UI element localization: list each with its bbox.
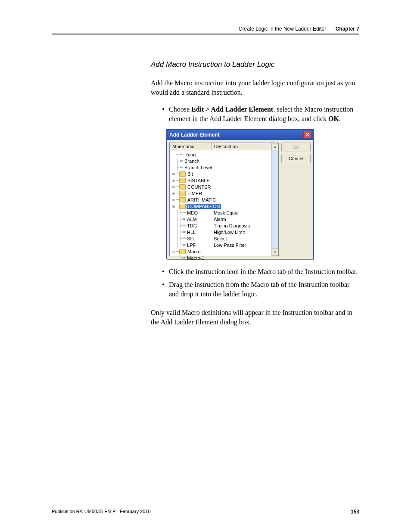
bullet-icon: •: [162, 105, 169, 123]
tree-item-meq[interactable]: │├✎MEQMask Equal: [171, 209, 271, 216]
tree-item-tdg[interactable]: │├✎TDGTiming Diagnosis: [171, 222, 271, 229]
col-mnemonic: Mnemonic: [170, 143, 212, 150]
folder-icon: [179, 178, 186, 183]
add-ladder-element-dialog: Add Ladder Element ✕ Mnemonic Descriptio…: [166, 129, 314, 259]
tree-item-macro[interactable]: ⊟─Macro: [171, 248, 271, 255]
tree-list[interactable]: Mnemonic Description ┈✎Rung ├✎Branch ├✎B…: [169, 143, 279, 256]
scroll-thumb[interactable]: [272, 150, 278, 249]
tree-item-bistable[interactable]: ⊞─BISTABLE: [171, 177, 271, 184]
tree-item-branch-level[interactable]: ├✎Branch Level: [171, 164, 271, 171]
folder-icon: [179, 191, 186, 196]
folder-icon: [179, 197, 186, 202]
folder-icon: [179, 184, 186, 190]
scroll-down-icon[interactable]: ▼: [272, 249, 278, 256]
scrollbar[interactable]: ▲ ▼: [271, 143, 278, 256]
tree-item-counter[interactable]: ⊞─COUNTER: [171, 184, 271, 190]
folder-icon: [179, 204, 186, 209]
bullet-text: Drag the instruction from the Macro tab …: [169, 280, 359, 299]
header-chapter: Chapter 7: [336, 26, 359, 32]
tree-item-arithmatic[interactable]: ⊞─ARITHMATIC: [171, 196, 271, 203]
folder-icon: [179, 249, 186, 254]
folder-icon: [179, 171, 186, 177]
tree-item-hll[interactable]: │├✎HLLHigh/Low Limit: [171, 229, 271, 235]
bullet-icon: •: [162, 267, 169, 277]
page-number: 153: [351, 509, 359, 515]
tree-item-bit[interactable]: ⊞─Bit: [171, 171, 271, 177]
bullet-bottom-block: • Click the instruction icon in the Macr…: [162, 267, 359, 299]
page-header: Create Logic in the New Ladder Editor Ch…: [52, 26, 359, 34]
tree-item-macro1[interactable]: └✎Macro-1: [171, 255, 271, 261]
page-footer: Publication RA-UM003B-EN-P - February 20…: [52, 509, 359, 515]
bullet-text: Choose Edit > Add Ladder Element, select…: [169, 105, 359, 123]
tree-item-timer[interactable]: ⊞─TIMER: [171, 190, 271, 196]
scroll-up-icon[interactable]: ▲: [272, 143, 278, 150]
dialog-title: Add Ladder Element: [169, 132, 220, 138]
section-heading: Add Macro Instruction to Ladder Logic: [151, 60, 359, 69]
tree-item-branch[interactable]: ├✎Branch: [171, 158, 271, 164]
tree-header: Mnemonic Description: [170, 143, 271, 150]
outro-paragraph: Only valid Macro definitions will appear…: [151, 308, 359, 327]
bullet-text: Click the instruction icon in the Macro …: [169, 267, 359, 277]
publication-id: Publication RA-UM003B-EN-P - February 20…: [52, 509, 151, 515]
dialog-titlebar[interactable]: Add Ladder Element ✕: [167, 130, 313, 140]
tree-item-alm[interactable]: │├✎ALMAlarm: [171, 216, 271, 222]
intro-paragraph: Add the Macro instruction into your ladd…: [151, 78, 359, 97]
bullet-icon: •: [162, 280, 169, 299]
ok-button[interactable]: OK: [281, 143, 311, 152]
close-icon[interactable]: ✕: [303, 131, 311, 138]
cancel-button[interactable]: Cancel: [281, 154, 311, 163]
tree-item-rung[interactable]: ┈✎Rung: [171, 151, 271, 158]
col-description: Description: [212, 143, 271, 150]
tree-item-comparsion[interactable]: ⊟─COMPARSION: [171, 203, 271, 209]
header-doc-title: Create Logic in the New Ladder Editor: [239, 26, 326, 32]
tree-item-sel[interactable]: │├✎SELSelect: [171, 235, 271, 242]
bullet-top-block: • Choose Edit > Add Ladder Element, sele…: [162, 105, 359, 123]
tree-item-lpf[interactable]: │└✎LPFLow Pass Filter: [171, 242, 271, 248]
